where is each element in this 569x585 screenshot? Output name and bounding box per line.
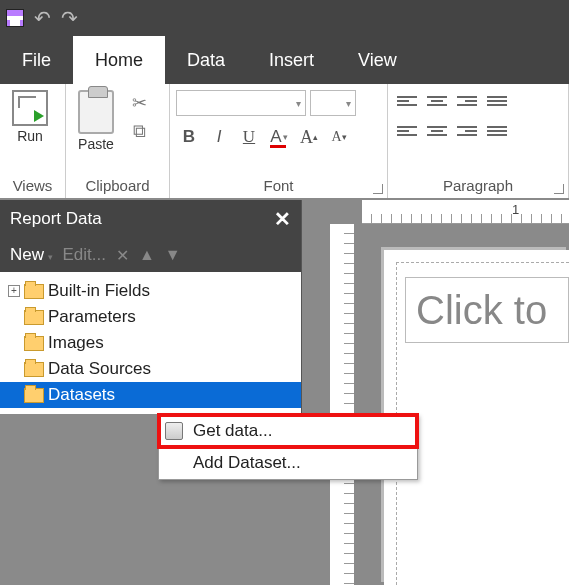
group-paragraph-label: Paragraph [388, 175, 568, 198]
tree-item-label: Images [48, 333, 104, 353]
edit-button: Edit... [63, 245, 106, 265]
folder-icon [24, 310, 44, 325]
font-size-combo[interactable]: ▾ [310, 90, 356, 116]
tree: + Built-in Fields Parameters Images Data… [0, 272, 301, 414]
align-right-button[interactable] [454, 90, 480, 112]
tab-home[interactable]: Home [73, 36, 165, 84]
align-justify-button[interactable] [484, 90, 510, 112]
clipboard-icon [78, 90, 114, 134]
font-family-combo[interactable]: ▾ [176, 90, 306, 116]
delete-icon[interactable]: ✕ [116, 246, 129, 265]
indent-button[interactable] [484, 120, 510, 142]
tree-item-label: Parameters [48, 307, 136, 327]
chevron-down-icon: ▾ [45, 252, 53, 262]
content-area: Report Data ✕ New ▾ Edit... ✕ ▲ ▼ + Buil… [0, 200, 569, 585]
title-placeholder[interactable]: Click to [405, 277, 569, 343]
group-clipboard-label: Clipboard [66, 175, 169, 198]
menu-item-label: Add Dataset... [193, 453, 301, 473]
font-color-button[interactable]: A▾ [266, 124, 292, 150]
tree-item-label: Datasets [48, 385, 115, 405]
shrink-font-button[interactable]: A▾ [326, 124, 352, 150]
panel-titlebar: Report Data ✕ [0, 200, 301, 238]
panel-toolbar: New ▾ Edit... ✕ ▲ ▼ [0, 238, 301, 272]
cut-button[interactable]: ✂ [126, 90, 152, 116]
align-center-button[interactable] [424, 90, 450, 112]
group-font-label: Font [170, 175, 387, 198]
run-button[interactable]: Run [6, 90, 54, 144]
design-canvas: 1 Click to [302, 200, 569, 585]
bold-button[interactable]: B [176, 124, 202, 150]
tree-item-images[interactable]: Images [0, 330, 301, 356]
tab-file[interactable]: File [0, 36, 73, 84]
valign-top-button[interactable] [394, 120, 420, 142]
tree-item-builtin-fields[interactable]: + Built-in Fields [0, 278, 301, 304]
underline-button[interactable]: U [236, 124, 262, 150]
move-up-icon[interactable]: ▲ [139, 246, 155, 264]
undo-button[interactable]: ↶ [34, 6, 51, 30]
tree-item-label: Built-in Fields [48, 281, 150, 301]
tab-view[interactable]: View [336, 36, 419, 84]
dialog-launcher-icon[interactable] [373, 184, 383, 194]
group-clipboard: Paste ✂ ⧉ Clipboard [66, 84, 170, 198]
page-body: Click to [396, 262, 569, 585]
tree-item-data-sources[interactable]: Data Sources [0, 356, 301, 382]
tree-item-datasets[interactable]: Datasets [0, 382, 301, 408]
menu-item-add-dataset[interactable]: Add Dataset... [159, 447, 417, 479]
paste-button[interactable]: Paste [72, 90, 120, 152]
ribbon-tabs: File Home Data Insert View [0, 36, 569, 84]
menu-item-label: Get data... [193, 421, 272, 441]
group-font: ▾ ▾ B I U A▾ A▴ A▾ Font [170, 84, 388, 198]
paste-label: Paste [78, 136, 114, 152]
group-views: Run Views [0, 84, 66, 198]
tab-insert[interactable]: Insert [247, 36, 336, 84]
dialog-launcher-icon[interactable] [554, 184, 564, 194]
copy-button[interactable]: ⧉ [126, 118, 152, 144]
group-views-label: Views [0, 175, 65, 198]
grow-font-button[interactable]: A▴ [296, 124, 322, 150]
play-icon [12, 90, 48, 126]
save-icon[interactable] [6, 9, 24, 27]
ruler-horizontal: 1 [362, 200, 569, 224]
run-label: Run [17, 128, 43, 144]
align-left-button[interactable] [394, 90, 420, 112]
panel-title: Report Data [10, 209, 102, 229]
ruler-mark: 1 [512, 202, 519, 217]
context-menu: Get data... Add Dataset... [158, 414, 418, 480]
database-icon [165, 422, 183, 440]
move-down-icon[interactable]: ▼ [165, 246, 181, 264]
folder-icon [24, 362, 44, 377]
report-data-panel: Report Data ✕ New ▾ Edit... ✕ ▲ ▼ + Buil… [0, 200, 302, 414]
expand-icon[interactable]: + [8, 285, 20, 297]
folder-icon [24, 284, 44, 299]
group-paragraph: Paragraph [388, 84, 569, 198]
new-button[interactable]: New ▾ [10, 245, 53, 265]
close-icon[interactable]: ✕ [274, 207, 291, 231]
valign-middle-button[interactable] [424, 120, 450, 142]
clipboard-small-buttons: ✂ ⧉ [126, 90, 152, 144]
folder-icon [24, 336, 44, 351]
italic-button[interactable]: I [206, 124, 232, 150]
tab-data[interactable]: Data [165, 36, 247, 84]
folder-icon [24, 388, 44, 403]
quick-access-toolbar: ↶ ↷ [0, 0, 569, 36]
valign-bottom-button[interactable] [454, 120, 480, 142]
tree-item-label: Data Sources [48, 359, 151, 379]
ruler-vertical [330, 224, 354, 585]
tree-item-parameters[interactable]: Parameters [0, 304, 301, 330]
menu-item-get-data[interactable]: Get data... [159, 415, 417, 447]
redo-button[interactable]: ↷ [61, 6, 78, 30]
ribbon: Run Views Paste ✂ ⧉ Clipboard ▾ ▾ B [0, 84, 569, 200]
